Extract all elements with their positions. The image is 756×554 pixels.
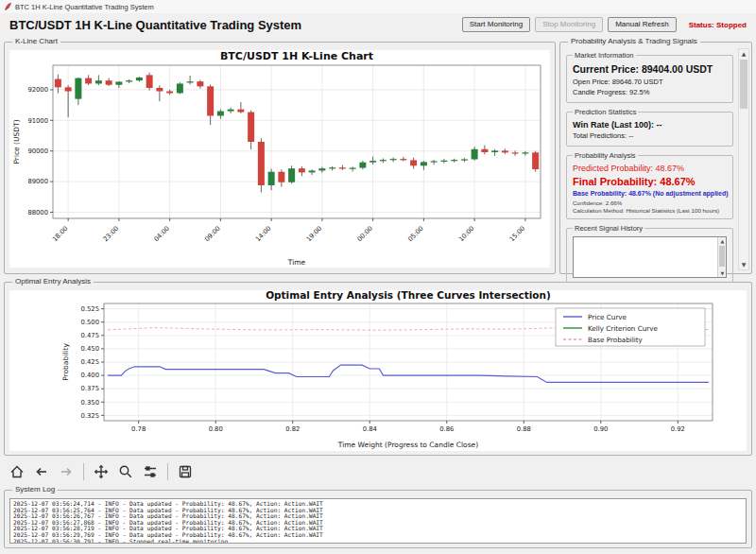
zoom-icon[interactable]: [114, 460, 137, 483]
signals-content: Market Information Current Price: 89404.…: [564, 50, 735, 269]
predicted-probability: Predicted Probability: 48.67%: [573, 164, 727, 173]
market-information-section: Market Information Current Price: 89404.…: [566, 55, 733, 103]
svg-text:0.450: 0.450: [81, 345, 99, 353]
total-predictions: Total Predictions: --: [573, 131, 727, 140]
svg-text:0.80: 0.80: [209, 425, 223, 433]
scrollbar-thumb[interactable]: [719, 246, 725, 267]
signal-history-section: Recent Signal History ▲ ▼: [566, 228, 733, 283]
svg-text:91000: 91000: [27, 117, 48, 125]
entry-analysis-label: Optimal Entry Analysis: [12, 277, 94, 286]
start-monitoring-button[interactable]: Start Monitoring: [462, 17, 530, 32]
svg-text:Kelly Criterion Curve: Kelly Criterion Curve: [588, 324, 658, 333]
candle-progress: Candle Progress: 92.5%: [573, 88, 727, 96]
svg-text:88000: 88000: [27, 209, 48, 216]
svg-text:92000: 92000: [27, 86, 48, 94]
signals-panel-label: Probability Analysis & Trading Signals: [568, 37, 700, 45]
system-log-label: System Log: [12, 485, 58, 493]
back-icon[interactable]: [30, 460, 53, 483]
svg-text:Base Probability: Base Probability: [588, 336, 644, 344]
probability-analysis-section: Probability Analysis Predicted Probabili…: [566, 155, 733, 219]
current-price: Current Price: 89404.00 USDT: [573, 63, 727, 75]
header-controls: Start Monitoring Stop Monitoring Manual …: [462, 17, 748, 32]
subplots-icon[interactable]: [139, 460, 162, 483]
svg-text:0.92: 0.92: [671, 425, 685, 433]
svg-text:89000: 89000: [27, 178, 48, 185]
signal-history-textarea[interactable]: ▲ ▼: [573, 236, 727, 278]
scroll-up-icon[interactable]: ▲: [739, 49, 748, 59]
signal-history-label: Recent Signal History: [573, 224, 644, 233]
scroll-down-icon[interactable]: ▼: [739, 260, 748, 269]
svg-text:Time: Time: [287, 258, 306, 267]
svg-text:Time Weight (Progress to Candl: Time Weight (Progress to Candle Close): [337, 441, 478, 449]
svg-text:BTC/USDT 1H K-Line Chart: BTC/USDT 1H K-Line Chart: [220, 50, 373, 62]
svg-text:0.375: 0.375: [81, 385, 99, 392]
svg-text:Price Curve: Price Curve: [588, 313, 627, 321]
chart-toolbar: [6, 459, 197, 485]
stop-monitoring-button[interactable]: Stop Monitoring: [535, 17, 603, 32]
svg-text:0.500: 0.500: [81, 319, 99, 326]
toolbar-separator: [167, 463, 168, 480]
signals-panel-scrollbar[interactable]: ▲ ▼: [738, 48, 749, 270]
signal-history-scrollbar[interactable]: ▲ ▼: [717, 237, 726, 277]
svg-text:90000: 90000: [27, 147, 48, 155]
open-price: Open Price: 89646.70 USDT: [573, 78, 727, 86]
svg-text:0.86: 0.86: [439, 425, 454, 433]
signals-panel: Probability Analysis & Trading Signals M…: [559, 42, 752, 274]
kline-panel-label: K-Line Chart: [12, 37, 60, 45]
system-log-panel: System Log 2025-12-07 03:56:24,714 - INF…: [4, 490, 752, 548]
scroll-down-icon[interactable]: ▼: [718, 269, 727, 277]
forward-icon[interactable]: [55, 460, 77, 483]
base-probability: Base Probability: 48.67% (No adjustment …: [573, 190, 727, 197]
market-information-label: Market Information: [573, 51, 636, 60]
save-icon[interactable]: [174, 460, 197, 483]
manual-refresh-button[interactable]: Manual Refresh: [608, 17, 676, 32]
window-title: BTC 1H K-Line Quantitative Trading Syste…: [15, 3, 154, 11]
entry-chart-canvas: 0.3250.3500.3750.4000.4250.4500.4750.500…: [9, 290, 747, 451]
svg-text:0.525: 0.525: [81, 305, 99, 313]
confidence: Confidence: 2.66%: [573, 199, 727, 206]
app-icon: [4, 0, 12, 15]
kline-chart-canvas: 880008900090000910009200018:0023:0004:00…: [9, 50, 550, 268]
svg-text:0.325: 0.325: [81, 412, 99, 420]
svg-text:Optimal Entry Analysis (Three: Optimal Entry Analysis (Three Curves Int…: [266, 290, 551, 301]
header: BTC/USDT 1H K-Line Quantitative Trading …: [0, 13, 756, 36]
svg-text:0.425: 0.425: [81, 358, 99, 366]
page-title: BTC/USDT 1H K-Line Quantitative Trading …: [9, 18, 301, 32]
pan-icon[interactable]: [90, 460, 112, 483]
probability-analysis-label: Probability Analysis: [573, 151, 638, 160]
svg-text:0.90: 0.90: [593, 425, 608, 433]
svg-text:0.82: 0.82: [285, 425, 300, 433]
home-icon[interactable]: [6, 460, 28, 483]
prediction-statistics-label: Prediction Statistics: [573, 108, 638, 116]
svg-text:0.475: 0.475: [81, 332, 99, 339]
calculation-method: Calculation Method: Historical Statistic…: [573, 207, 727, 214]
scroll-up-icon[interactable]: ▲: [718, 237, 727, 245]
svg-text:Probability: Probability: [61, 343, 70, 381]
prediction-statistics-section: Prediction Statistics Win Rate (Last 100…: [566, 112, 733, 147]
entry-analysis-panel: Optimal Entry Analysis 0.3250.3500.3750.…: [4, 282, 752, 456]
system-log-textarea[interactable]: 2025-12-07 03:56:24,714 - INFO - Data up…: [9, 498, 747, 544]
svg-text:0.400: 0.400: [81, 372, 99, 379]
kline-panel: K-Line Chart 880008900090000910009200018…: [4, 42, 556, 274]
svg-text:0.78: 0.78: [131, 425, 146, 433]
svg-text:0.84: 0.84: [363, 425, 377, 433]
window-titlebar: BTC 1H K-Line Quantitative Trading Syste…: [0, 0, 756, 13]
scrollbar-thumb[interactable]: [740, 60, 747, 109]
status-badge: Status: Stopped: [689, 21, 747, 29]
toolbar-separator: [83, 463, 84, 480]
svg-text:0.350: 0.350: [81, 399, 99, 407]
win-rate: Win Rate (Last 100): --: [573, 120, 727, 130]
log-line: 2025-12-07 03:56:30,791 - INFO - Stopped…: [13, 539, 743, 544]
svg-text:Price (USDT): Price (USDT): [12, 119, 21, 164]
final-probability: Final Probability: 48.67%: [573, 176, 727, 187]
svg-text:0.88: 0.88: [517, 425, 531, 433]
